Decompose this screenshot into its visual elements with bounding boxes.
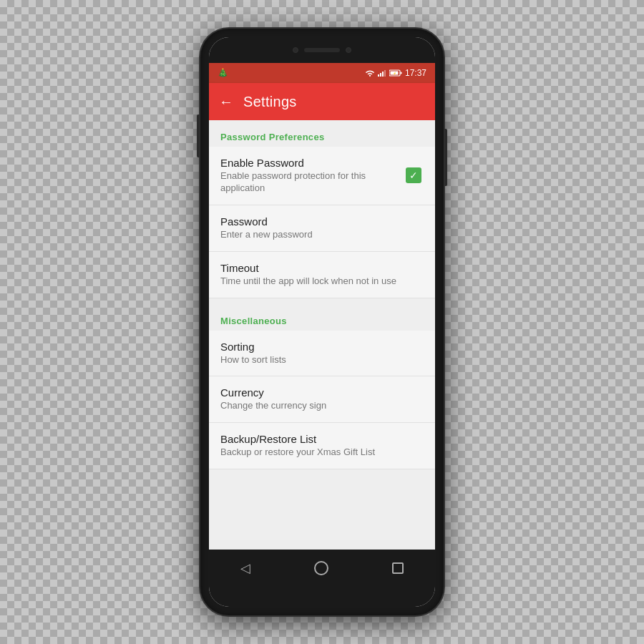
item-title-enable-password: Enable Password xyxy=(220,157,404,169)
settings-content: Password Preferences Enable Password Ena… xyxy=(209,120,435,550)
back-button[interactable]: ← xyxy=(219,94,233,110)
battery-icon: ⚡ xyxy=(389,69,402,77)
item-title-timeout: Timeout xyxy=(220,262,424,274)
sensor xyxy=(346,47,351,53)
settings-item-password[interactable]: Password Enter a new password xyxy=(209,205,435,252)
item-subtitle-currency: Change the currency sign xyxy=(220,400,424,412)
item-subtitle-timeout: Time until the app will lock when not in… xyxy=(220,275,424,288)
item-title-currency: Currency xyxy=(220,386,424,399)
svg-rect-4 xyxy=(384,70,386,77)
status-left: 🎄 xyxy=(218,68,228,78)
settings-item-backup-restore[interactable]: Backup/Restore List Backup or restore yo… xyxy=(209,423,435,469)
item-subtitle-password: Enter a new password xyxy=(220,229,424,241)
settings-item-currency[interactable]: Currency Change the currency sign xyxy=(209,376,435,423)
item-subtitle-backup-restore: Backup or restore your Xmas Gift List xyxy=(220,447,424,459)
item-text-backup-restore: Backup/Restore List Backup or restore yo… xyxy=(220,433,424,459)
svg-rect-2 xyxy=(380,73,381,77)
nav-back-icon: ◁ xyxy=(240,561,250,575)
section-gap xyxy=(209,298,435,304)
svg-rect-6 xyxy=(400,72,401,74)
nav-recent-icon xyxy=(392,562,404,574)
item-subtitle-enable-password: Enable password protection for this appl… xyxy=(220,170,404,195)
item-subtitle-sorting: How to sort lists xyxy=(220,354,424,366)
item-title-password: Password xyxy=(220,215,424,228)
phone-bottom-hardware xyxy=(209,587,435,607)
svg-text:⚡: ⚡ xyxy=(392,72,396,75)
section-header-password: Password Preferences xyxy=(209,120,435,147)
speaker xyxy=(304,48,340,52)
section-header-misc: Miscellaneous xyxy=(209,304,435,331)
settings-item-sorting[interactable]: Sorting How to sort lists xyxy=(209,331,435,377)
front-camera xyxy=(293,47,298,53)
time-display: 17:37 xyxy=(405,68,426,78)
section-password-preferences: Password Preferences Enable Password Ena… xyxy=(209,120,435,298)
item-title-backup-restore: Backup/Restore List xyxy=(220,433,424,445)
item-title-sorting: Sorting xyxy=(220,341,424,353)
nav-back-button[interactable]: ◁ xyxy=(226,555,265,582)
phone-device: 🎄 xyxy=(200,29,444,615)
nav-recent-button[interactable] xyxy=(378,557,418,580)
bottom-navigation: ◁ xyxy=(209,550,435,587)
phone-screen: 🎄 xyxy=(209,37,435,607)
settings-item-timeout[interactable]: Timeout Time until the app will lock whe… xyxy=(209,252,435,298)
nav-home-icon xyxy=(314,561,328,575)
status-bar: 🎄 xyxy=(209,63,435,83)
checkbox-enable-password[interactable]: ✓ xyxy=(404,165,424,185)
app-bar-title: Settings xyxy=(243,94,297,110)
item-text-enable-password: Enable Password Enable password protecti… xyxy=(220,157,404,195)
nav-home-button[interactable] xyxy=(300,555,343,581)
settings-item-enable-password[interactable]: Enable Password Enable password protecti… xyxy=(209,147,435,205)
item-text-timeout: Timeout Time until the app will lock whe… xyxy=(220,262,424,288)
item-text-sorting: Sorting How to sort lists xyxy=(220,341,424,366)
app-notification-icon: 🎄 xyxy=(218,68,228,78)
item-text-currency: Currency Change the currency sign xyxy=(220,386,424,412)
checkbox-checked-icon: ✓ xyxy=(406,167,421,183)
svg-point-0 xyxy=(369,75,371,77)
section-miscellaneous: Miscellaneous Sorting How to sort lists … xyxy=(209,304,435,470)
item-text-password: Password Enter a new password xyxy=(220,215,424,241)
signal-icon xyxy=(378,69,386,77)
svg-rect-1 xyxy=(378,74,379,77)
status-right: ⚡ 17:37 xyxy=(365,68,426,78)
app-bar: ← Settings xyxy=(209,83,435,120)
svg-rect-3 xyxy=(382,72,384,77)
phone-top-hardware xyxy=(209,37,435,63)
wifi-icon xyxy=(365,69,375,77)
